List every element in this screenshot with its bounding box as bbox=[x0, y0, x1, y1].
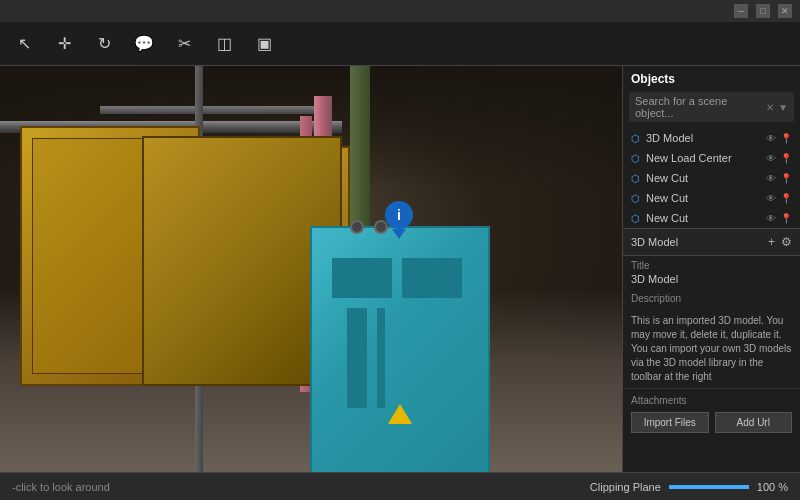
import-files-button[interactable]: Import Files bbox=[631, 412, 709, 433]
title-field-label: Title bbox=[631, 260, 792, 271]
object-icon-cut3: ⬡ bbox=[631, 213, 640, 224]
pin-circle: i bbox=[385, 201, 413, 229]
main-content: i Objects Search for a scene object... ✕… bbox=[0, 66, 800, 472]
object-actions-cut3: 👁 📍 bbox=[766, 213, 792, 224]
pin-tail bbox=[392, 229, 406, 239]
object-actions-3dmodel: 👁 📍 bbox=[766, 133, 792, 144]
visibility-icon-loadcenter[interactable]: 👁 bbox=[766, 153, 776, 164]
pin-icon-cut2[interactable]: 📍 bbox=[780, 193, 792, 204]
model-panel-2 bbox=[402, 258, 462, 298]
title-field-value: 3D Model bbox=[631, 273, 792, 285]
model-stripe-1 bbox=[347, 308, 367, 408]
title-bar: ─ □ ✕ bbox=[0, 0, 800, 22]
object-actions-loadcenter: 👁 📍 bbox=[766, 153, 792, 164]
object-item-cut2[interactable]: ⬡ New Cut 👁 📍 bbox=[623, 188, 800, 208]
add-button[interactable]: + bbox=[768, 235, 775, 249]
map-icon[interactable]: ◫ bbox=[212, 32, 236, 56]
monitor-icon[interactable]: ▣ bbox=[252, 32, 276, 56]
object-icon-3dmodel: ⬡ bbox=[631, 133, 640, 144]
scissors-icon[interactable]: ✂ bbox=[172, 32, 196, 56]
settings-icon[interactable]: ⚙ bbox=[781, 235, 792, 249]
description-row: Description bbox=[623, 289, 800, 310]
object-item-cut3[interactable]: ⬡ New Cut 👁 📍 bbox=[623, 208, 800, 228]
attachments-label: Attachments bbox=[631, 395, 792, 406]
toolbar: ↖ ✛ ↻ 💬 ✂ ◫ ▣ bbox=[0, 22, 800, 66]
description-text: This is an imported 3D model. You may mo… bbox=[623, 310, 800, 388]
visibility-icon-cut2[interactable]: 👁 bbox=[766, 193, 776, 204]
visibility-icon-cut3[interactable]: 👁 bbox=[766, 213, 776, 224]
pin-icon-cut1[interactable]: 📍 bbox=[780, 173, 792, 184]
model-detail-title-label: 3D Model bbox=[631, 236, 678, 248]
cursor-icon[interactable]: ↖ bbox=[12, 32, 36, 56]
object-label-loadcenter: New Load Center bbox=[646, 152, 760, 164]
status-bar: -click to look around Clipping Plane 100… bbox=[0, 472, 800, 500]
right-panel: Objects Search for a scene object... ✕ ▼… bbox=[622, 66, 800, 472]
clipping-value: 100 % bbox=[757, 481, 788, 493]
minimize-button[interactable]: ─ bbox=[734, 4, 748, 18]
search-bar[interactable]: Search for a scene object... ✕ ▼ bbox=[629, 92, 794, 122]
object-icon-cut1: ⬡ bbox=[631, 173, 640, 184]
maximize-button[interactable]: □ bbox=[756, 4, 770, 18]
title-row: Title 3D Model bbox=[623, 256, 800, 289]
visibility-icon-cut1[interactable]: 👁 bbox=[766, 173, 776, 184]
visibility-icon-3dmodel[interactable]: 👁 bbox=[766, 133, 776, 144]
object-actions-cut2: 👁 📍 bbox=[766, 193, 792, 204]
model-detail-action-buttons: + ⚙ bbox=[768, 235, 792, 249]
object-label-cut2: New Cut bbox=[646, 192, 760, 204]
location-pin[interactable]: i bbox=[385, 201, 413, 237]
app-window: ─ □ ✕ ↖ ✛ ↻ 💬 ✂ ◫ ▣ bbox=[0, 0, 800, 500]
pipe-horizontal-2 bbox=[100, 106, 332, 114]
model-stripe-2 bbox=[377, 308, 385, 408]
clipping-slider[interactable] bbox=[669, 485, 749, 489]
attachments-section: Attachments Import Files Add Url bbox=[623, 388, 800, 439]
model-detail-header: 3D Model + ⚙ bbox=[623, 229, 800, 256]
objects-header: Objects bbox=[623, 66, 800, 92]
object-icon-loadcenter: ⬡ bbox=[631, 153, 640, 164]
model-panel-1 bbox=[332, 258, 392, 298]
model-detail-section: 3D Model + ⚙ Title 3D Model Description … bbox=[623, 229, 800, 472]
add-url-button[interactable]: Add Url bbox=[715, 412, 793, 433]
pin-icon-cut3[interactable]: 📍 bbox=[780, 213, 792, 224]
comment-icon[interactable]: 💬 bbox=[132, 32, 156, 56]
warning-triangle bbox=[388, 404, 412, 424]
clipping-slider-fill bbox=[669, 485, 749, 489]
model-circle-1 bbox=[350, 220, 364, 234]
object-label-3dmodel: 3D Model bbox=[646, 132, 760, 144]
search-input[interactable]: Search for a scene object... bbox=[635, 95, 762, 119]
status-hint: -click to look around bbox=[12, 481, 110, 493]
clipping-plane-area: Clipping Plane 100 % bbox=[590, 481, 788, 493]
viewport[interactable]: i bbox=[0, 66, 622, 472]
rotate-icon[interactable]: ↻ bbox=[92, 32, 116, 56]
object-label-cut1: New Cut bbox=[646, 172, 760, 184]
pin-icon-3dmodel[interactable]: 📍 bbox=[780, 133, 792, 144]
object-item-3dmodel[interactable]: ⬡ 3D Model 👁 📍 bbox=[623, 128, 800, 148]
filter-icon[interactable]: ▼ bbox=[778, 102, 788, 113]
search-clear-icon[interactable]: ✕ bbox=[766, 102, 774, 113]
object-icon-cut2: ⬡ bbox=[631, 193, 640, 204]
object-item-cut1[interactable]: ⬡ New Cut 👁 📍 bbox=[623, 168, 800, 188]
object-item-loadcenter[interactable]: ⬡ New Load Center 👁 📍 bbox=[623, 148, 800, 168]
attachments-buttons: Import Files Add Url bbox=[631, 412, 792, 433]
objects-section: Objects Search for a scene object... ✕ ▼… bbox=[623, 66, 800, 229]
close-button[interactable]: ✕ bbox=[778, 4, 792, 18]
clipping-label: Clipping Plane bbox=[590, 481, 661, 493]
3d-model-box[interactable] bbox=[310, 226, 490, 472]
pin-icon-loadcenter[interactable]: 📍 bbox=[780, 153, 792, 164]
object-actions-cut1: 👁 📍 bbox=[766, 173, 792, 184]
move-icon[interactable]: ✛ bbox=[52, 32, 76, 56]
object-label-cut3: New Cut bbox=[646, 212, 760, 224]
description-field-label: Description bbox=[631, 293, 792, 304]
